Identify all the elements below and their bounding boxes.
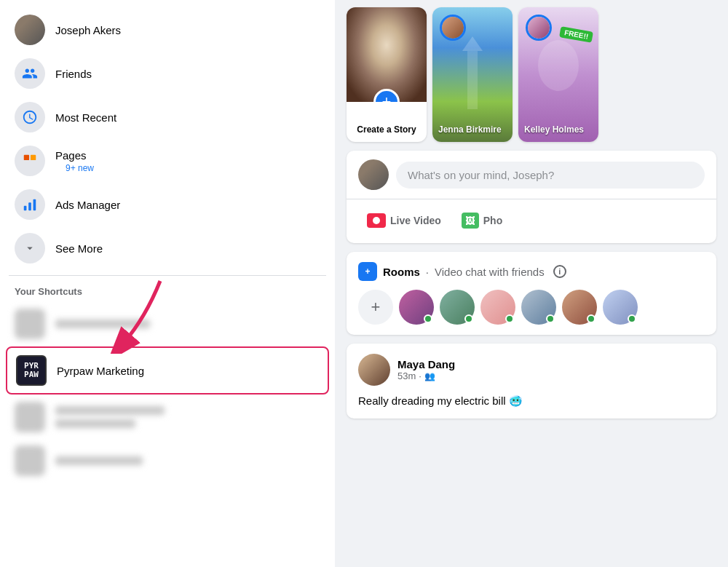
rooms-person-1[interactable]	[399, 290, 434, 325]
shortcut-item-1[interactable]	[6, 303, 329, 345]
see-more-label: See More	[55, 242, 103, 255]
post-creation-box: What's on your mind, Joseph? Live Video …	[347, 151, 716, 243]
shortcut-text-3	[55, 456, 143, 465]
svg-rect-3	[28, 202, 31, 210]
sidebar-item-friends[interactable]: Friends	[6, 52, 329, 95]
friends-label: Friends	[55, 68, 92, 80]
sidebar-item-user[interactable]: Joseph Akers	[6, 9, 329, 51]
svg-point-8	[538, 40, 579, 91]
post-text: Really dreading my electric bill 🥶	[358, 393, 705, 408]
live-video-label: Live Video	[390, 215, 441, 226]
dog-image	[347, 7, 427, 102]
sidebar-item-pages[interactable]: Pages 9+ new	[6, 140, 329, 182]
user-avatar	[15, 15, 45, 45]
svg-rect-0	[24, 155, 29, 160]
rooms-icon: +	[358, 262, 377, 281]
shortcut-line-2a	[55, 406, 165, 415]
svg-rect-2	[24, 206, 27, 210]
rooms-person-5[interactable]	[562, 290, 597, 325]
live-video-icon	[367, 213, 386, 228]
post-meta: 53m · 👥	[397, 370, 455, 382]
kelley-avatar	[526, 15, 552, 41]
post-meta-dot: ·	[419, 370, 422, 381]
post-divider	[347, 199, 716, 199]
shortcuts-title: Your Shortcuts	[0, 282, 335, 301]
most-recent-label: Most Recent	[55, 111, 116, 124]
rooms-avatars: +	[358, 290, 705, 325]
sidebar-item-ads-manager[interactable]: Ads Manager	[6, 183, 329, 226]
live-video-button[interactable]: Live Video	[358, 207, 450, 234]
post-actions-row: Live Video 🖼 Pho	[358, 207, 705, 234]
chevron-down-icon	[15, 233, 45, 263]
rooms-add-button[interactable]: +	[358, 290, 393, 325]
rooms-icon-symbol: +	[365, 266, 370, 277]
svg-rect-1	[31, 155, 36, 160]
shortcut-item-2[interactable]	[6, 396, 329, 438]
sidebar-item-most-recent[interactable]: Most Recent	[6, 96, 329, 138]
post-user-avatar	[358, 159, 389, 190]
pyrpaw-wrapper: PYR PAW Pyrpaw Marketing	[0, 346, 335, 394]
stories-row: + Create a Story Jenna Birkmire	[347, 7, 716, 142]
rooms-person-4[interactable]	[521, 290, 556, 325]
photo-icon: 🖼	[462, 213, 479, 229]
rooms-separator: ·	[426, 266, 429, 278]
main-content: + Create a Story Jenna Birkmire	[335, 0, 728, 567]
online-indicator-2	[464, 314, 473, 323]
rooms-title: Rooms	[383, 266, 420, 278]
pages-badge: 9+ new	[66, 163, 94, 173]
sidebar-divider	[9, 275, 326, 276]
pyrpaw-logo: PYR PAW	[16, 355, 47, 386]
jenna-name: Jenna Birkmire	[438, 124, 507, 135]
online-indicator-4	[546, 314, 555, 323]
photo-label: Pho	[483, 215, 502, 226]
user-name-label: Joseph Akers	[55, 24, 121, 36]
pyrpaw-label: Pyrpaw Marketing	[57, 365, 144, 377]
pages-label: Pages	[55, 149, 94, 162]
pages-label-wrap: Pages 9+ new	[55, 149, 94, 173]
svg-rect-4	[33, 199, 36, 211]
sidebar-item-see-more[interactable]: See More	[6, 227, 329, 269]
post-header: Maya Dang 53m · 👥	[358, 354, 705, 386]
post-text-input[interactable]: What's on your mind, Joseph?	[396, 162, 705, 189]
svg-marker-7	[462, 36, 483, 51]
post-user-name: Maya Dang	[397, 358, 455, 370]
shortcut-line-3a	[55, 456, 143, 465]
left-sidebar: Joseph Akers Friends Most Recent Pages	[0, 0, 335, 567]
kelley-story-card[interactable]: FREE!! Kelley Holmes	[518, 7, 598, 142]
online-indicator-1	[424, 314, 432, 323]
post-time: 53m	[397, 370, 416, 381]
shortcut-item-3[interactable]	[6, 440, 329, 482]
shortcut-avatar-3	[15, 445, 45, 476]
jenna-story-card[interactable]: Jenna Birkmire	[432, 7, 513, 142]
maya-dang-post: Maya Dang 53m · 👥 Really dreading my ele…	[347, 344, 716, 419]
rooms-person-6[interactable]	[603, 290, 638, 325]
shortcut-line-2b	[55, 419, 135, 428]
rooms-person-3[interactable]	[480, 290, 515, 325]
jenna-avatar	[440, 15, 466, 41]
rooms-subtitle: Video chat with friends	[435, 266, 545, 278]
kelley-name: Kelley Holmes	[524, 124, 593, 135]
shortcut-line-1a	[55, 320, 150, 328]
shortcut-text-2	[55, 406, 165, 428]
ads-manager-label: Ads Manager	[55, 199, 120, 211]
audience-icon: 👥	[424, 370, 436, 382]
post-user-info: Maya Dang 53m · 👥	[397, 358, 455, 382]
rooms-person-2[interactable]	[440, 290, 475, 325]
online-indicator-3	[505, 314, 514, 323]
online-indicator-6	[628, 314, 636, 323]
photo-button[interactable]: 🖼 Pho	[453, 207, 511, 234]
shortcut-avatar-1	[15, 309, 45, 339]
create-story-card[interactable]: + Create a Story	[347, 7, 427, 142]
pyrpaw-logo-line2: PAW	[24, 370, 39, 379]
rooms-info-icon[interactable]: i	[553, 265, 566, 278]
rooms-header: + Rooms · Video chat with friends i	[358, 262, 705, 281]
pages-icon	[15, 146, 45, 176]
shortcut-avatar-2	[15, 402, 45, 432]
post-input-row: What's on your mind, Joseph?	[358, 159, 705, 190]
online-indicator-5	[587, 314, 596, 323]
pyrpaw-marketing-item[interactable]: PYR PAW Pyrpaw Marketing	[6, 346, 329, 394]
create-story-image: +	[347, 7, 427, 102]
shortcut-text-1	[55, 320, 150, 328]
maya-avatar[interactable]	[358, 354, 390, 386]
clock-icon	[15, 102, 45, 132]
